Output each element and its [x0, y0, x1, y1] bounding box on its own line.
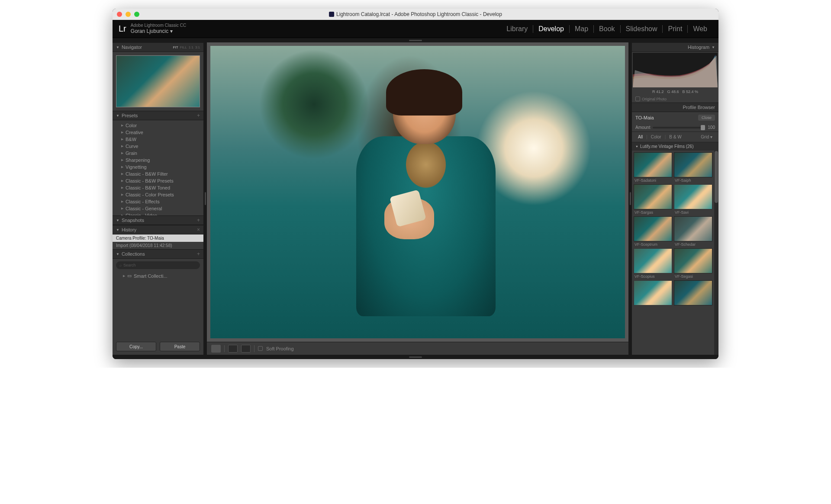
preset-folder[interactable]: ▶Classic - Effects: [113, 198, 203, 205]
filter-bw[interactable]: B & W: [667, 134, 684, 140]
fill-ratio[interactable]: FILL: [180, 45, 187, 49]
preset-folder[interactable]: ▶Color: [113, 122, 203, 129]
before-after-lr-button[interactable]: [228, 345, 238, 353]
center-area: Soft Proofing: [207, 42, 628, 355]
presets-list: ▶Color ▶Creative ▶B&W ▶Curve ▶Grain ▶Sha…: [113, 120, 203, 215]
original-photo-toggle[interactable]: Original Photo: [632, 95, 718, 103]
amount-label: Amount: [635, 125, 650, 130]
preset-folder[interactable]: ▶B&W: [113, 136, 203, 143]
module-library[interactable]: Library: [501, 25, 533, 33]
histogram-readout: R 41.2 G 48.6 B 52.4 %: [632, 88, 718, 95]
window-controls: [117, 12, 139, 17]
module-book[interactable]: Book: [594, 25, 620, 33]
profile-thumb[interactable]: [674, 280, 712, 311]
bottom-grip[interactable]: [113, 355, 718, 359]
presets-header[interactable]: ▼Presets+: [113, 111, 203, 120]
preset-folder[interactable]: ▶Grain: [113, 150, 203, 157]
module-map[interactable]: Map: [570, 25, 594, 33]
smart-collection-icon: ▭: [127, 273, 132, 279]
navigator-thumbnail[interactable]: [113, 52, 203, 111]
left-panel-grip[interactable]: [203, 42, 207, 355]
zoom-icon[interactable]: [134, 12, 139, 17]
current-profile: TO-Maia: [635, 115, 696, 120]
3-1-ratio[interactable]: 3:1: [195, 45, 200, 49]
preset-folder[interactable]: ▶Classic - B&W Toned: [113, 184, 203, 191]
titlebar: Lightroom Catalog.lrcat - Adobe Photosho…: [113, 9, 718, 20]
preset-folder[interactable]: ▶Classic - B&W Filter: [113, 170, 203, 177]
profile-scrollbar[interactable]: [714, 151, 718, 355]
module-slideshow[interactable]: Slideshow: [621, 25, 663, 33]
soft-proofing-checkbox[interactable]: [258, 346, 263, 351]
module-picker: Library Develop Map Book Slideshow Print…: [501, 25, 712, 33]
close-icon[interactable]: [117, 12, 122, 17]
profile-thumb[interactable]: VF-Segasi: [674, 248, 712, 279]
profile-thumb[interactable]: VF-Sadatoni: [634, 152, 672, 183]
navigator-header[interactable]: ▼Navigator FIT FILL 1:1 3:1: [113, 42, 203, 52]
before-after-tb-button[interactable]: [241, 345, 251, 353]
histogram-display[interactable]: [633, 53, 718, 87]
paste-button[interactable]: Paste: [160, 342, 200, 351]
profile-thumb[interactable]: VF-Scopius: [634, 248, 672, 279]
profile-thumb[interactable]: VF-Sceptrum: [634, 216, 672, 247]
identity-plate[interactable]: Goran Ljubuncic ▾: [131, 28, 186, 34]
profile-browser-header[interactable]: Profile Browser: [632, 103, 718, 112]
profile-grid: VF-Sadatoni VF-Saiph VF-Sargas VF-Savi V…: [632, 151, 714, 312]
collections-search[interactable]: ⌕ Search: [116, 261, 200, 269]
collections-header[interactable]: ▼Collections+: [113, 249, 203, 259]
preset-folder[interactable]: ▶Classic - General: [113, 205, 203, 212]
filter-all[interactable]: All: [635, 134, 645, 140]
preset-folder[interactable]: ▶Creative: [113, 129, 203, 136]
loupe-view-button[interactable]: [211, 345, 221, 353]
history-step[interactable]: Import (08/04/2018 11:42:58): [113, 242, 203, 249]
module-print[interactable]: Print: [663, 25, 688, 33]
photo-canvas[interactable]: [210, 46, 625, 338]
module-develop[interactable]: Develop: [533, 25, 570, 33]
profile-thumb[interactable]: [634, 280, 672, 311]
history-step[interactable]: Camera Profile: TO-Maia: [113, 234, 203, 242]
product-name: Adobe Lightroom Classic CC: [131, 23, 186, 28]
search-icon: ⌕: [119, 263, 122, 267]
snapshots-header[interactable]: ▼Snapshots+: [113, 215, 203, 225]
close-profile-browser-button[interactable]: Close: [698, 115, 715, 121]
soft-proofing-label: Soft Proofing: [266, 346, 294, 351]
window-title: Lightroom Catalog.lrcat - Adobe Photosho…: [329, 11, 502, 17]
app-icon: [329, 12, 334, 17]
develop-toolbar: Soft Proofing: [207, 342, 628, 355]
copy-button[interactable]: Copy...: [116, 342, 156, 351]
preset-folder[interactable]: ▶Classic - Color Presets: [113, 191, 203, 198]
collection-item[interactable]: ▶ ▭ Smart Collecti...: [113, 272, 203, 280]
profile-group-header[interactable]: ▼Lutify.me Vintage Films (26): [632, 142, 718, 151]
profile-thumb[interactable]: VF-Savi: [674, 184, 712, 215]
view-mode-select[interactable]: Grid ▾: [698, 134, 715, 140]
top-grip[interactable]: [113, 38, 718, 42]
profile-thumb[interactable]: VF-Schedar: [674, 216, 712, 247]
history-header[interactable]: ▼History×: [113, 225, 203, 234]
top-bar: Lr Adobe Lightroom Classic CC Goran Ljub…: [113, 20, 718, 38]
profile-thumb[interactable]: VF-Saiph: [674, 152, 712, 183]
1-1-ratio[interactable]: 1:1: [189, 45, 193, 49]
history-list: Camera Profile: TO-Maia Import (08/04/20…: [113, 234, 203, 249]
fit-ratio[interactable]: FIT: [173, 45, 178, 49]
amount-value[interactable]: 100: [708, 125, 715, 130]
profile-thumb[interactable]: VF-Sargas: [634, 184, 672, 215]
histogram-header[interactable]: Histogram▼: [632, 42, 718, 52]
minimize-icon[interactable]: [126, 12, 131, 17]
module-web[interactable]: Web: [688, 25, 712, 33]
preset-folder[interactable]: ▶Sharpening: [113, 157, 203, 164]
preset-folder[interactable]: ▶Classic - B&W Presets: [113, 177, 203, 184]
amount-slider[interactable]: [653, 127, 705, 128]
preset-folder[interactable]: ▶Curve: [113, 143, 203, 150]
logo: Lr: [119, 24, 126, 34]
right-panel-grip[interactable]: [628, 42, 632, 355]
app-window: Lightroom Catalog.lrcat - Adobe Photosho…: [113, 9, 718, 359]
left-panel: ▼Navigator FIT FILL 1:1 3:1 ▼Presets+ ▶C…: [113, 42, 203, 355]
filter-color[interactable]: Color: [648, 134, 664, 140]
right-panel: Histogram▼ R 41.2 G 48.6 B 52.4 % Origin…: [632, 42, 718, 355]
preset-folder[interactable]: ▶Vignetting: [113, 164, 203, 170]
